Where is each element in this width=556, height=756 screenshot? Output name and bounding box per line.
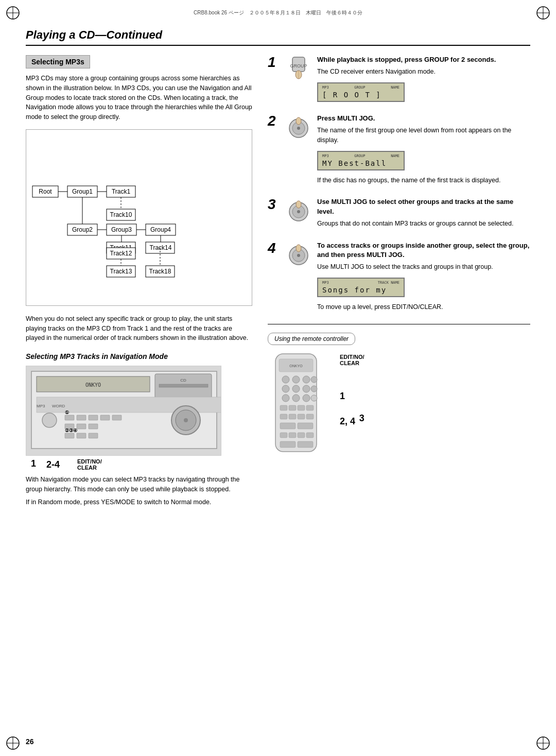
svg-text:②③④: ②③④ — [65, 428, 77, 433]
nav-text-1: With Navigation mode you can select MP3 … — [26, 475, 252, 494]
svg-rect-67 — [77, 433, 86, 438]
left-column: Selecting MP3s MP3 CDs may store a group… — [26, 55, 252, 507]
svg-point-99 — [311, 386, 317, 392]
svg-text:CD: CD — [180, 378, 186, 383]
svg-point-95 — [311, 376, 317, 383]
svg-rect-115 — [289, 433, 296, 438]
svg-text:MP3: MP3 — [37, 404, 45, 408]
svg-point-80 — [296, 117, 301, 125]
step-1-icon: GROUP — [286, 55, 311, 83]
step-3: 3 Use MULTI JOG to select other groups a… — [268, 197, 530, 231]
step-4-extra-desc: To move up a level, press EDIT/NO/CLEAR. — [317, 302, 530, 312]
section-heading: Selecting MP3s — [26, 55, 90, 68]
right-column: 1 GROUP While playback is stopped, press… — [268, 55, 530, 507]
remote-image: ONKYO — [268, 351, 329, 456]
step-1: 1 GROUP While playback is stopped, press… — [268, 55, 530, 105]
sub-heading: Selecting MP3 Tracks in Navigation Mode — [26, 352, 252, 360]
device-num-label-1: 1 — [31, 458, 36, 469]
svg-rect-105 — [289, 405, 296, 410]
remote-section: Using the remote controller ONKYO — [268, 333, 530, 456]
step-3-content: Use MULTI JOG to select other groups and… — [317, 197, 530, 231]
step-2-title: Press MULTI JOG. — [317, 114, 530, 123]
svg-text:WORD: WORD — [52, 404, 65, 408]
svg-rect-113 — [298, 423, 313, 429]
svg-rect-104 — [280, 405, 287, 410]
step-2-lcd: MP3GROUPNAME MY Best-Ball — [317, 151, 405, 170]
svg-point-87 — [297, 254, 300, 257]
step-1-lcd: MP3GROUPNAME [ R O O T ] — [317, 82, 405, 102]
svg-rect-59 — [77, 415, 86, 420]
svg-text:Track13: Track13 — [110, 268, 132, 275]
svg-rect-110 — [298, 414, 305, 419]
device-schematic-area: ONKYO CD — [26, 366, 227, 471]
svg-text:Group1: Group1 — [72, 188, 93, 195]
svg-rect-60 — [89, 415, 98, 420]
svg-point-92 — [282, 376, 289, 383]
svg-text:Group3: Group3 — [111, 226, 132, 233]
step-4: 4 To access tracks or groups inside anot… — [268, 241, 530, 315]
svg-text:①: ① — [65, 410, 69, 415]
page-number: 26 — [26, 737, 34, 746]
remote-edit-label: EDIT/NO/CLEAR — [340, 354, 364, 366]
edit-no-clear-label: EDIT/NO/CLEAR — [77, 458, 102, 471]
svg-text:Track10: Track10 — [110, 211, 132, 218]
svg-rect-106 — [298, 405, 305, 410]
svg-point-56 — [184, 418, 188, 422]
svg-point-57 — [42, 413, 57, 427]
step-4-content: To access tracks or groups inside anothe… — [317, 241, 530, 315]
svg-rect-116 — [298, 433, 305, 438]
svg-text:Track12: Track12 — [110, 250, 132, 257]
svg-rect-118 — [280, 441, 296, 448]
svg-point-102 — [303, 394, 310, 402]
svg-rect-119 — [298, 441, 313, 448]
svg-text:Root: Root — [39, 188, 52, 195]
remote-label: Using the remote controller — [268, 333, 355, 345]
step-1-title: While playback is stopped, press GROUP f… — [317, 55, 530, 64]
svg-text:Group2: Group2 — [72, 226, 93, 233]
svg-point-93 — [292, 376, 300, 383]
svg-text:Track18: Track18 — [149, 268, 171, 275]
step-1-content: While playback is stopped, press GROUP f… — [317, 55, 530, 105]
svg-point-100 — [282, 394, 289, 402]
svg-point-83 — [297, 210, 300, 213]
svg-point-88 — [296, 245, 301, 252]
remote-num-3: 3 — [359, 413, 364, 424]
svg-text:ONKYO: ONKYO — [85, 382, 101, 388]
svg-point-79 — [297, 127, 300, 130]
step-4-icon — [286, 241, 311, 269]
svg-rect-66 — [65, 433, 74, 438]
page-title: Playing a CD—Continued — [26, 28, 530, 46]
step-number-3: 3 — [268, 197, 280, 212]
step-2-content: Press MULTI JOG. The name of the first g… — [317, 114, 530, 188]
page-header: CRB8.book 26 ページ ２００５年８月１８日 木曜日 午後６時４０分 — [26, 9, 530, 16]
svg-point-97 — [292, 385, 300, 392]
svg-point-94 — [303, 376, 310, 383]
svg-text:ONKYO: ONKYO — [289, 364, 303, 368]
step-3-title: Use MULTI JOG to select other groups and… — [317, 197, 530, 216]
svg-text:GROUP: GROUP — [290, 63, 307, 68]
corner-mark-br — [535, 735, 551, 751]
svg-rect-111 — [306, 414, 314, 419]
remote-num-1: 1 — [340, 391, 364, 402]
step-4-title: To access tracks or groups inside anothe… — [317, 241, 530, 260]
step-2-desc: The name of the first group one level do… — [317, 126, 530, 145]
divider — [268, 324, 530, 324]
svg-rect-61 — [100, 415, 110, 420]
svg-rect-107 — [306, 405, 314, 410]
step-number-2: 2 — [268, 114, 280, 128]
nav-text-2: If in Random mode, press YES/MODE to swi… — [26, 497, 252, 507]
corner-mark-tr — [535, 5, 551, 21]
svg-rect-65 — [89, 424, 98, 429]
svg-text:Group4: Group4 — [150, 226, 171, 233]
step-1-desc: The CD receiver enters Navigation mode. — [317, 67, 530, 77]
svg-rect-112 — [280, 423, 296, 429]
svg-point-96 — [282, 385, 289, 392]
corner-mark-bl — [5, 735, 21, 751]
svg-rect-62 — [112, 415, 121, 420]
step-3-icon — [286, 197, 311, 225]
svg-rect-117 — [306, 433, 314, 438]
step-number-4: 4 — [268, 241, 280, 255]
svg-text:Track1: Track1 — [112, 188, 131, 195]
device-image: ONKYO CD — [26, 366, 221, 456]
svg-point-98 — [303, 385, 310, 392]
